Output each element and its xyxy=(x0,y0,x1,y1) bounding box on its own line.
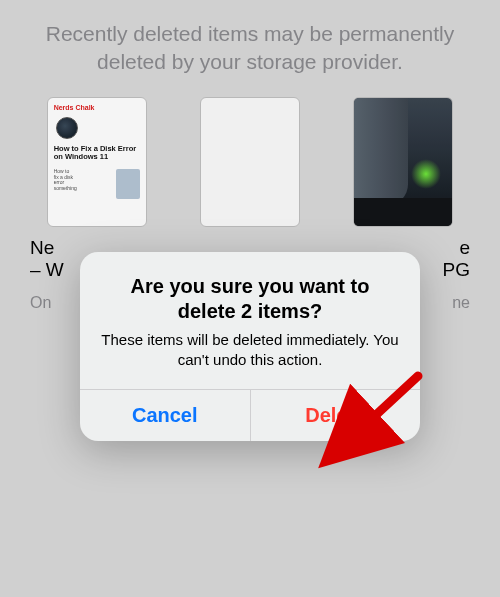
alert-message: These items will be deleted immediately.… xyxy=(100,330,400,369)
alert-button-row: Cancel Delete xyxy=(80,389,420,441)
cancel-button[interactable]: Cancel xyxy=(80,390,251,441)
alert-body: Are you sure you want to delete 2 items?… xyxy=(80,252,420,389)
delete-button[interactable]: Delete xyxy=(251,390,421,441)
alert-title: Are you sure you want to delete 2 items? xyxy=(100,274,400,324)
delete-confirmation-alert: Are you sure you want to delete 2 items?… xyxy=(80,252,420,441)
